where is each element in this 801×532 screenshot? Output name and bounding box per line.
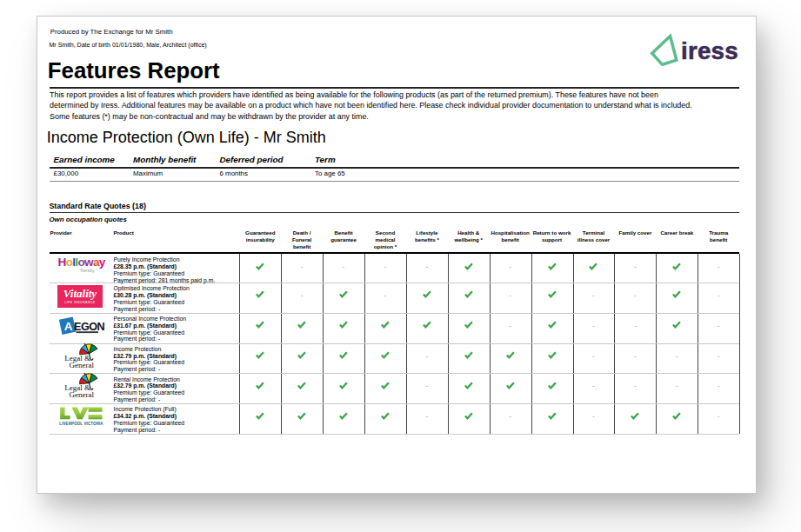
svg-text:LIVERPOOL VICTORIA: LIVERPOOL VICTORIA [59, 422, 103, 427]
svg-text:EGON: EGON [74, 321, 104, 333]
svg-text:General: General [69, 361, 94, 369]
svg-text:General: General [69, 391, 94, 400]
svg-text:iress: iress [681, 37, 738, 64]
svg-text:A: A [63, 320, 72, 333]
